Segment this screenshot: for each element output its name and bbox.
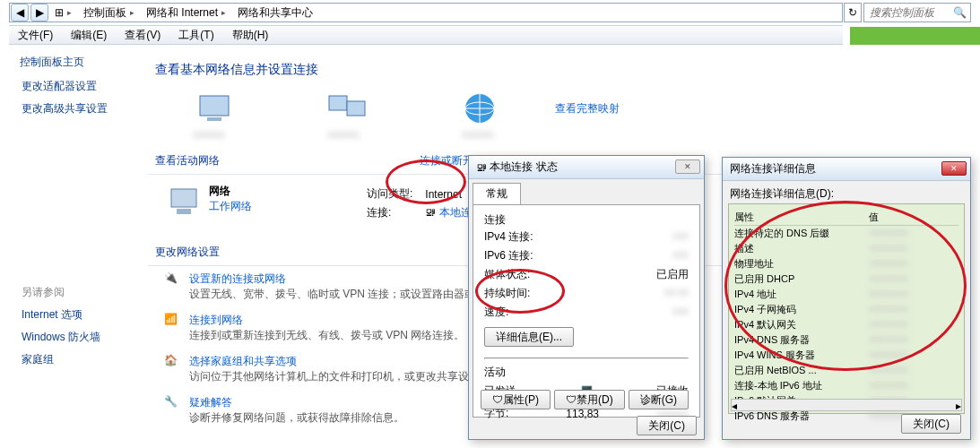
detail-value: xxxxxxxx	[869, 288, 908, 301]
dialog-status-close-button[interactable]: 关闭(C)	[637, 416, 697, 435]
setting-homegroup-link[interactable]: 选择家庭组和共享选项	[189, 354, 490, 369]
search-input[interactable]	[868, 5, 940, 20]
menu-bar: 文件(F) 编辑(E) 查看(V) 工具(T) 帮助(H)	[9, 25, 843, 45]
nav-forward-button[interactable]: ▶	[30, 4, 48, 22]
svg-rect-0	[200, 96, 229, 116]
link-change-adapter[interactable]: 更改适配器设置	[9, 75, 143, 98]
troubleshoot-icon: 🔧	[164, 395, 189, 426]
detail-row[interactable]: 连接特定的 DNS 后缀xxxxxxxx	[734, 226, 958, 241]
breadcrumb-root[interactable]: ⊞▸	[49, 4, 78, 22]
tab-general[interactable]: 常规	[473, 183, 521, 204]
disable-button[interactable]: 🛡禁用(D)	[554, 390, 625, 409]
menu-view[interactable]: 查看(V)	[116, 28, 169, 43]
access-type-label: 访问类型:	[361, 185, 418, 202]
detail-prop: IPv4 DNS 服务器	[734, 333, 869, 347]
ipv4-conn-value: xxx	[626, 229, 689, 245]
detail-prop: IPv4 WINS 服务器	[734, 349, 869, 362]
detail-value: xxxxxxxx	[869, 379, 908, 392]
new-connection-icon: 🔌	[164, 271, 189, 302]
network-device-icon	[325, 89, 369, 128]
menu-tools[interactable]: 工具(T)	[169, 28, 222, 43]
dialog-status-title: 本地连接 状态	[490, 159, 557, 175]
nav-back-button[interactable]: ◀	[11, 4, 29, 22]
dialog-details-title-bar[interactable]: 网络连接详细信息	[723, 158, 970, 181]
menu-help[interactable]: 帮助(H)	[223, 28, 278, 43]
menu-edit[interactable]: 编辑(E)	[62, 28, 116, 43]
link-firewall[interactable]: Windows 防火墙	[9, 326, 143, 349]
network-map: 查看完整映射	[148, 89, 843, 128]
connect-network-icon: 📶	[164, 313, 189, 343]
breadcrumb-network-internet[interactable]: 网络和 Internet▸	[141, 4, 232, 22]
properties-button[interactable]: 🛡属性(P)	[481, 390, 551, 409]
ipv6-conn-label: IPv6 连接:	[484, 248, 610, 263]
activity-section-label: 活动	[484, 365, 689, 380]
detail-row[interactable]: IPv4 默认网关xxxxxxxx	[734, 317, 958, 332]
link-homegroup[interactable]: 家庭组	[9, 349, 143, 371]
detail-row[interactable]: 已启用 DHCPxxxxxxxx	[734, 271, 958, 287]
details-button[interactable]: 详细信息(E)...	[484, 327, 574, 347]
column-value[interactable]: 值	[869, 211, 879, 224]
speed-value: xxx	[626, 305, 689, 320]
adapter-icon: 🖳	[476, 161, 487, 174]
detail-value: xxxxxxxx	[869, 272, 908, 286]
detail-row[interactable]: 描述xxxxxxxx	[734, 241, 958, 256]
homegroup-icon: 🏠	[164, 354, 189, 384]
diagnose-button[interactable]: 诊断(G)	[629, 390, 689, 409]
setting-homegroup-desc: 访问位于其他网络计算机上的文件和打印机，或更改共享设置。	[189, 369, 490, 384]
detail-row[interactable]: 物理地址xxxxxxxx	[734, 256, 958, 271]
dialog-connection-status: 🖳 本地连接 状态 ✕ 常规 连接 IPv4 连接:xxx IPv6 连接:xx…	[468, 155, 705, 440]
address-bar: ◀ ▶ ⊞▸ 控制面板▸ 网络和 Internet▸ 网络和共享中心	[9, 3, 843, 22]
svg-rect-3	[347, 101, 365, 116]
detail-prop: IPv4 默认网关	[734, 318, 869, 332]
svg-rect-7	[177, 209, 191, 214]
link-change-sharing[interactable]: 更改高级共享设置	[9, 98, 143, 120]
internet-caption: xxxxxx	[462, 128, 507, 141]
detail-value: xxxxxxxx	[869, 242, 908, 255]
detail-value: xxxxxxxx	[869, 303, 908, 316]
detail-value: xxxxxxxx	[869, 227, 908, 240]
dialog-status-title-bar[interactable]: 🖳 本地连接 状态	[469, 156, 704, 179]
setting-connect-network-link[interactable]: 连接到网络	[189, 313, 464, 328]
breadcrumb-control-panel[interactable]: 控制面板▸	[78, 4, 141, 22]
refresh-button[interactable]: ↻	[844, 3, 862, 22]
detail-row[interactable]: 连接-本地 IPv6 地址xxxxxxxx	[734, 378, 958, 393]
network-name-label: 网络	[209, 184, 252, 199]
detail-prop: 已启用 DHCP	[734, 272, 869, 286]
breadcrumb-sharing-center[interactable]: 网络和共享中心	[232, 4, 319, 22]
left-panel-title[interactable]: 控制面板主页	[9, 46, 143, 75]
computer-icon	[193, 89, 236, 128]
detail-row[interactable]: 已启用 NetBIOS ...xxxxxxxx	[734, 363, 958, 378]
detail-prop: IPv4 子网掩码	[734, 303, 869, 316]
detail-row[interactable]: IPv4 DNS 服务器xxxxxxxx	[734, 332, 958, 348]
background-strip	[850, 27, 980, 45]
shield-icon: 🛡	[492, 393, 503, 406]
setting-troubleshoot-link[interactable]: 疑难解答	[189, 395, 404, 410]
svg-rect-2	[329, 96, 347, 110]
dialog-status-close-x[interactable]: ✕	[675, 159, 700, 174]
horizontal-scrollbar[interactable]: ◂▸	[731, 399, 962, 411]
detail-row[interactable]: IPv4 WINS 服务器xxxxxxxx	[734, 348, 958, 363]
media-state-label: 媒体状态:	[484, 267, 610, 282]
detail-row[interactable]: IPv4 地址xxxxxxxx	[734, 287, 958, 302]
detail-row[interactable]: IPv4 子网掩码xxxxxxxx	[734, 302, 958, 317]
duration-label: 持续时间:	[484, 286, 610, 301]
see-also-label: 另请参阅	[9, 281, 143, 304]
detail-value: xxxxxxxx	[869, 318, 908, 332]
link-internet-options[interactable]: Internet 选项	[9, 304, 143, 326]
speed-label: 速度:	[484, 305, 610, 320]
chevron-right-icon: ▸	[130, 8, 134, 17]
shield-icon: 🛡	[566, 393, 577, 406]
setting-troubleshoot-desc: 诊断并修复网络问题，或获得故障排除信息。	[189, 410, 404, 426]
dialog-details-close-button[interactable]: 关闭(C)	[901, 414, 961, 434]
network-large-icon	[166, 184, 202, 222]
detail-value: xxxxxxxx	[869, 364, 908, 377]
search-box[interactable]: 🔍	[863, 3, 971, 22]
menu-file[interactable]: 文件(F)	[9, 28, 62, 43]
details-list: 属性 值 连接特定的 DNS 后缀xxxxxxxx描述xxxxxxxx物理地址x…	[728, 203, 965, 414]
detail-prop: 已启用 NetBIOS ...	[734, 364, 869, 377]
column-property[interactable]: 属性	[734, 211, 869, 224]
dialog-details-close-x[interactable]: ✕	[941, 161, 967, 176]
detail-prop: 连接特定的 DNS 后缀	[734, 227, 869, 240]
network-type-link[interactable]: 工作网络	[209, 199, 252, 214]
view-full-map-link[interactable]: 查看完整映射	[555, 101, 620, 116]
